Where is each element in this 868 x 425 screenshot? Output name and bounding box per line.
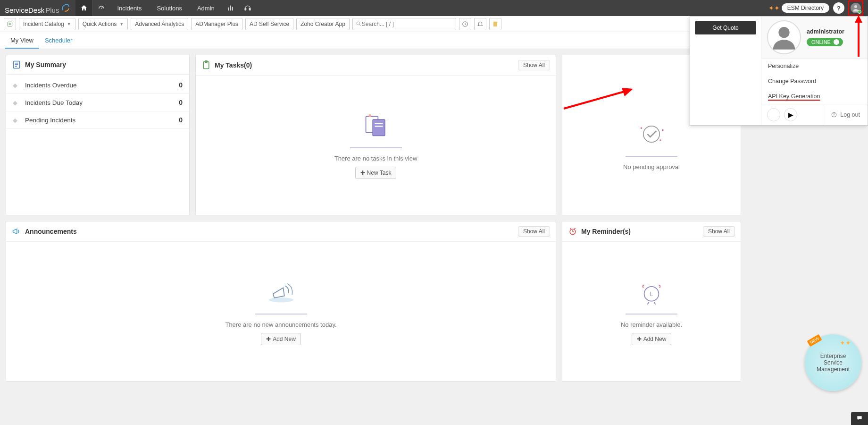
- new-request-icon[interactable]: [4, 18, 16, 30]
- nav-admin[interactable]: Admin: [190, 0, 222, 16]
- adself-button[interactable]: AD Self Service: [245, 18, 293, 30]
- new-task-button[interactable]: ✚New Task: [355, 167, 397, 179]
- search-box[interactable]: [352, 18, 456, 30]
- show-all-button[interactable]: Show All: [703, 226, 735, 237]
- chevron-down-icon: ▼: [119, 22, 124, 26]
- personalize-link[interactable]: Personalize: [761, 59, 868, 74]
- brand-name: ServiceDesk: [5, 6, 44, 14]
- tab-scheduler[interactable]: Scheduler: [39, 32, 78, 49]
- panel-announcements: Announcements Show All There are no new …: [6, 221, 556, 382]
- quick-actions-dropdown[interactable]: Quick Actions▼: [78, 18, 128, 30]
- add-announcement-label: Add New: [273, 336, 296, 342]
- quick-actions-label: Quick Actions: [83, 21, 117, 27]
- approvals-empty-illustration: [630, 120, 673, 148]
- add-reminder-label: Add New: [643, 336, 667, 342]
- panel-my-summary: My Summary ◆ Incidents Overdue 0 ◆ Incid…: [6, 55, 190, 215]
- summary-icon: [12, 60, 21, 69]
- incident-catalog-label: Incident Catalog: [23, 21, 64, 27]
- announcements-empty-illustration: [260, 278, 302, 306]
- svg-rect-1: [228, 8, 229, 11]
- svg-point-28: [659, 139, 661, 141]
- megaphone-icon: [12, 227, 21, 236]
- nav-incidents[interactable]: Incidents: [109, 0, 149, 16]
- summary-count: 0: [179, 99, 183, 106]
- nav-solutions[interactable]: Solutions: [149, 0, 189, 16]
- panel-my-reminders: My Reminder(s) Show All L No reminder av…: [562, 221, 741, 382]
- status-toggle[interactable]: ONLINE: [807, 38, 843, 46]
- show-all-button[interactable]: Show All: [518, 226, 550, 237]
- change-password-link[interactable]: Change Password: [761, 74, 868, 89]
- profile-menu-button[interactable]: [848, 0, 863, 16]
- svg-line-34: [574, 228, 576, 229]
- svg-line-0: [101, 7, 102, 8]
- summary-label[interactable]: Incidents Overdue: [25, 82, 179, 89]
- add-announcement-button[interactable]: ✚Add New: [261, 333, 301, 345]
- svg-rect-21: [373, 119, 385, 136]
- esm-line1: Enterprise: [820, 353, 846, 359]
- svg-rect-5: [249, 8, 250, 10]
- chat-fab[interactable]: [851, 412, 868, 425]
- svg-rect-22: [375, 123, 383, 124]
- reports-icon[interactable]: [222, 0, 239, 16]
- home-icon[interactable]: [75, 0, 92, 16]
- summary-count: 0: [179, 81, 183, 89]
- approvals-empty-text: No pending approval: [623, 163, 680, 170]
- search-input[interactable]: [362, 21, 453, 27]
- svg-point-29: [269, 298, 293, 302]
- fire-icon: ◆: [13, 117, 21, 124]
- svg-point-10: [357, 22, 360, 25]
- tasks-icon: [201, 60, 211, 70]
- svg-point-39: [778, 27, 789, 38]
- panel-title: My Tasks(0): [215, 61, 518, 69]
- new-task-label: New Task: [367, 170, 392, 176]
- logout-button[interactable]: Log out: [823, 104, 868, 125]
- profile-username: administrator: [807, 28, 844, 35]
- panel-title: My Reminder(s): [581, 228, 703, 235]
- add-reminder-button[interactable]: ✚Add New: [632, 333, 672, 345]
- tab-my-view[interactable]: My View: [5, 32, 39, 49]
- play-store-icon[interactable]: ▶: [784, 108, 797, 121]
- advanced-analytics-button[interactable]: Advanced Analytics: [131, 18, 188, 30]
- chevron-down-icon: ▼: [67, 22, 71, 26]
- help-icon[interactable]: ?: [833, 2, 844, 14]
- search-icon: [356, 21, 362, 27]
- incident-catalog-dropdown[interactable]: Incident Catalog▼: [19, 18, 75, 30]
- notifications-icon[interactable]: [474, 18, 486, 30]
- get-quote-button[interactable]: Get Quote: [695, 21, 756, 34]
- brand-logo[interactable]: ServiceDesk Plus: [5, 2, 71, 14]
- profile-avatar: [767, 20, 801, 54]
- avatar-icon: [851, 3, 861, 13]
- support-icon[interactable]: [239, 0, 256, 16]
- plus-icon: ✚: [637, 336, 642, 342]
- panel-title: My Summary: [25, 61, 184, 68]
- recent-items-icon[interactable]: [459, 18, 471, 30]
- fire-icon: ◆: [13, 82, 21, 89]
- svg-line-37: [647, 302, 649, 304]
- esm-directory-button[interactable]: ESM Directory: [782, 3, 829, 13]
- brand-swirl-icon: [60, 2, 71, 13]
- svg-line-11: [359, 25, 361, 26]
- apple-store-icon[interactable]: [767, 108, 780, 121]
- sparkle-icon: ✦✦: [768, 4, 780, 12]
- esm-line3: Management: [817, 366, 850, 373]
- plus-icon: ✚: [266, 336, 271, 342]
- zoho-button[interactable]: Zoho Creator App: [296, 18, 350, 30]
- brand-suffix: Plus: [45, 6, 59, 14]
- summary-row: ◆ Incidents Overdue 0: [6, 76, 189, 94]
- top-nav: ServiceDesk Plus Incidents Solutions Adm…: [0, 0, 868, 16]
- admanager-button[interactable]: ADManager Plus: [191, 18, 242, 30]
- summary-label[interactable]: Pending Incidents: [25, 117, 179, 124]
- power-icon: [831, 111, 837, 118]
- esm-promo-badge[interactable]: NEW ✦✦ Enterprise Service Management: [805, 334, 861, 391]
- tasks-empty-text: There are no tasks in this view: [334, 155, 417, 162]
- notes-icon[interactable]: [489, 18, 501, 30]
- api-key-generation-link[interactable]: API Key Generation: [761, 89, 868, 104]
- show-all-button[interactable]: Show All: [518, 60, 550, 70]
- panel-my-tasks: My Tasks(0) Show All There are no tasks …: [195, 55, 556, 215]
- summary-label[interactable]: Incidents Due Today: [25, 99, 179, 106]
- reminders-empty-illustration: L: [630, 278, 673, 306]
- dashboard-icon[interactable]: [92, 0, 109, 16]
- svg-rect-3: [232, 7, 233, 10]
- fire-icon: ◆: [13, 99, 21, 106]
- svg-point-24: [368, 114, 371, 117]
